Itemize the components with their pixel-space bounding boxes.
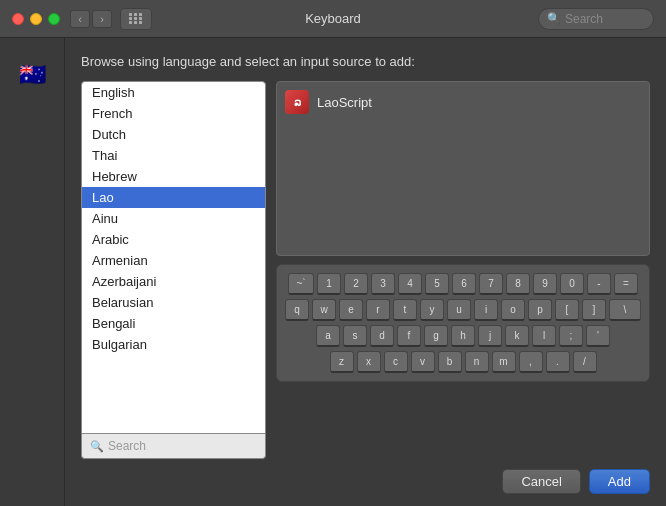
keyboard-key[interactable]: v: [411, 351, 435, 373]
language-search-bar: 🔍: [81, 434, 266, 459]
dialog-instruction: Browse using language and select an inpu…: [81, 54, 650, 69]
keyboard-preview: ~`1234567890-=qwertyuiop[]\asdfghjkl;'zx…: [276, 264, 650, 382]
keyboard-key[interactable]: c: [384, 351, 408, 373]
language-item[interactable]: Bengali: [82, 313, 265, 334]
keyboard-key[interactable]: t: [393, 299, 417, 321]
keyboard-key[interactable]: i: [474, 299, 498, 321]
language-item[interactable]: Armenian: [82, 250, 265, 271]
grid-button[interactable]: [120, 8, 152, 30]
close-button[interactable]: [12, 13, 24, 25]
language-item[interactable]: Hebrew: [82, 166, 265, 187]
keyboard-key[interactable]: f: [397, 325, 421, 347]
keyboard-key[interactable]: m: [492, 351, 516, 373]
keyboard-row: asdfghjkl;': [285, 325, 641, 347]
cancel-button[interactable]: Cancel: [502, 469, 580, 494]
language-item[interactable]: English: [82, 82, 265, 103]
keyboard-key[interactable]: 9: [533, 273, 557, 295]
keyboard-key[interactable]: w: [312, 299, 336, 321]
keyboard-key[interactable]: 2: [344, 273, 368, 295]
keyboard-row: qwertyuiop[]\: [285, 299, 641, 321]
forward-button[interactable]: ›: [92, 10, 112, 28]
keyboard-key[interactable]: q: [285, 299, 309, 321]
titlebar: ‹ › Keyboard 🔍: [0, 0, 666, 38]
language-item[interactable]: Dutch: [82, 124, 265, 145]
grid-icon: [129, 13, 143, 24]
language-item[interactable]: Arabic: [82, 229, 265, 250]
search-icon: 🔍: [547, 12, 561, 25]
back-button[interactable]: ‹: [70, 10, 90, 28]
window-title: Keyboard: [305, 11, 361, 26]
keyboard-key[interactable]: ,: [519, 351, 543, 373]
keyboard-key[interactable]: \: [609, 299, 641, 321]
keyboard-key[interactable]: /: [573, 351, 597, 373]
add-button[interactable]: Add: [589, 469, 650, 494]
lang-search-icon: 🔍: [90, 440, 104, 453]
keyboard-key[interactable]: n: [465, 351, 489, 373]
keyboard-key[interactable]: u: [447, 299, 471, 321]
nav-buttons: ‹ ›: [70, 10, 112, 28]
maximize-button[interactable]: [48, 13, 60, 25]
language-item[interactable]: Thai: [82, 145, 265, 166]
keyboard-key[interactable]: .: [546, 351, 570, 373]
language-list[interactable]: EnglishFrenchDutchThaiHebrewLaoAinuArabi…: [81, 81, 266, 434]
keyboard-key[interactable]: ;: [559, 325, 583, 347]
keyboard-key[interactable]: 7: [479, 273, 503, 295]
keyboard-key[interactable]: ]: [582, 299, 606, 321]
titlebar-search-input[interactable]: [565, 12, 645, 26]
sidebar: 🇦🇺: [0, 38, 65, 506]
language-item[interactable]: Lao: [82, 187, 265, 208]
input-source-panel: ລLaoScript ~`1234567890-=qwertyuiop[]\as…: [276, 81, 650, 459]
keyboard-row: zxcvbnm,./: [285, 351, 641, 373]
keyboard-row: ~`1234567890-=: [285, 273, 641, 295]
language-search-input[interactable]: [108, 439, 257, 453]
keyboard-key[interactable]: ': [586, 325, 610, 347]
language-item[interactable]: French: [82, 103, 265, 124]
keyboard-key[interactable]: p: [528, 299, 552, 321]
keyboard-key[interactable]: k: [505, 325, 529, 347]
keyboard-key[interactable]: ~`: [288, 273, 314, 295]
traffic-lights: [12, 13, 60, 25]
keyboard-key[interactable]: =: [614, 273, 638, 295]
keyboard-key[interactable]: h: [451, 325, 475, 347]
keyboard-key[interactable]: a: [316, 325, 340, 347]
bottom-bar: Cancel Add: [81, 469, 650, 494]
source-item-icon: ລ: [285, 90, 309, 114]
dialog-content: EnglishFrenchDutchThaiHebrewLaoAinuArabi…: [81, 81, 650, 459]
keyboard-key[interactable]: 4: [398, 273, 422, 295]
minimize-button[interactable]: [30, 13, 42, 25]
language-item[interactable]: Bulgarian: [82, 334, 265, 355]
keyboard-key[interactable]: 8: [506, 273, 530, 295]
keyboard-key[interactable]: d: [370, 325, 394, 347]
keyboard-key[interactable]: o: [501, 299, 525, 321]
keyboard-key[interactable]: [: [555, 299, 579, 321]
source-item-name: LaoScript: [317, 95, 372, 110]
keyboard-key[interactable]: j: [478, 325, 502, 347]
language-item[interactable]: Azerbaijani: [82, 271, 265, 292]
keyboard-key[interactable]: l: [532, 325, 556, 347]
keyboard-key[interactable]: z: [330, 351, 354, 373]
sidebar-item-language[interactable]: 🇦🇺: [2, 48, 62, 102]
keyboard-key[interactable]: b: [438, 351, 462, 373]
keyboard-key[interactable]: g: [424, 325, 448, 347]
keyboard-key[interactable]: 5: [425, 273, 449, 295]
keyboard-key[interactable]: 6: [452, 273, 476, 295]
dialog-area: Browse using language and select an inpu…: [65, 38, 666, 506]
language-list-container: EnglishFrenchDutchThaiHebrewLaoAinuArabi…: [81, 81, 266, 459]
main-area: 🇦🇺 Browse using language and select an i…: [0, 38, 666, 506]
language-item[interactable]: Ainu: [82, 208, 265, 229]
keyboard-key[interactable]: x: [357, 351, 381, 373]
keyboard-key[interactable]: r: [366, 299, 390, 321]
keyboard-key[interactable]: s: [343, 325, 367, 347]
keyboard-key[interactable]: e: [339, 299, 363, 321]
keyboard-key[interactable]: 3: [371, 273, 395, 295]
keyboard-key[interactable]: -: [587, 273, 611, 295]
language-item[interactable]: Belarusian: [82, 292, 265, 313]
titlebar-search[interactable]: 🔍: [538, 8, 654, 30]
flag-icon: 🇦🇺: [19, 62, 46, 88]
keyboard-key[interactable]: 1: [317, 273, 341, 295]
keyboard-key[interactable]: 0: [560, 273, 584, 295]
keyboard-key[interactable]: y: [420, 299, 444, 321]
source-item[interactable]: ລLaoScript: [285, 90, 641, 114]
source-list: ລLaoScript: [276, 81, 650, 256]
